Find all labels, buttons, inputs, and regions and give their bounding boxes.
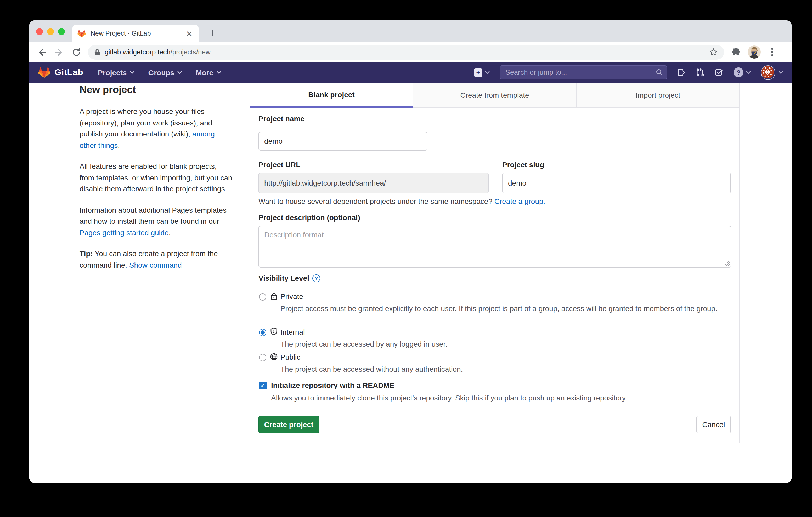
project-name-label: Project name: [258, 115, 304, 123]
user-dropdown[interactable]: [761, 65, 783, 80]
forward-icon[interactable]: [54, 47, 64, 57]
internal-option-desc: The project can be accessed by any logge…: [281, 339, 719, 350]
new-project-sidebar: New project A project is where you house…: [80, 83, 232, 281]
visibility-help-icon[interactable]: ?: [312, 274, 320, 282]
browser-tab[interactable]: New Project · GitLab ✕: [72, 25, 199, 42]
gitlab-wordmark: GitLab: [54, 67, 83, 78]
search-input[interactable]: [500, 65, 667, 80]
private-option-desc: Project access must be granted explicitl…: [281, 303, 719, 314]
lock-icon: [94, 48, 100, 56]
create-a-group-link[interactable]: Create a group.: [494, 197, 545, 206]
back-icon[interactable]: [37, 47, 47, 57]
chevron-down-icon: [216, 71, 221, 74]
navbar-menu: Projects Groups More: [98, 68, 221, 77]
radio-public[interactable]: [259, 354, 266, 361]
new-tab-button[interactable]: +: [205, 26, 220, 40]
project-description-label: Project description (optional): [258, 213, 360, 222]
menu-more[interactable]: More: [196, 68, 221, 77]
project-description-textarea[interactable]: [258, 226, 731, 268]
url-text: gitlab.widgetcorp.tech/projects/new: [105, 48, 709, 56]
new-dropdown[interactable]: +: [474, 68, 490, 77]
tab-create-from-template[interactable]: Create from template: [413, 83, 576, 108]
sidebar-paragraph: Information about additional Pages templ…: [80, 205, 232, 238]
chevron-down-icon: [746, 71, 751, 74]
page-bottom-divider: [29, 443, 791, 443]
browser-window: New Project · GitLab ✕ + gitlab.widgetco…: [29, 20, 791, 483]
global-search: [500, 65, 667, 80]
window-close-button[interactable]: [36, 28, 43, 35]
project-url-input[interactable]: [258, 173, 489, 193]
resize-grip-icon[interactable]: [725, 262, 730, 266]
tab-blank-project[interactable]: Blank project: [250, 83, 413, 108]
search-icon[interactable]: [656, 68, 663, 76]
tab-import-project[interactable]: Import project: [576, 83, 739, 108]
user-avatar: [761, 65, 775, 80]
tab-close-icon[interactable]: ✕: [185, 30, 194, 37]
plus-icon: +: [474, 68, 483, 77]
bookmark-star-icon[interactable]: [709, 48, 718, 57]
chevron-down-icon: [485, 71, 490, 74]
window-zoom-button[interactable]: [58, 28, 65, 35]
chevron-down-icon: [177, 71, 182, 74]
browser-toolbar: gitlab.widgetcorp.tech/projects/new: [29, 42, 791, 62]
project-name-input[interactable]: [258, 132, 428, 151]
page-content: New project A project is where you house…: [29, 83, 791, 483]
gitlab-tanuki-icon: [38, 66, 50, 79]
browser-menu-kebab-icon[interactable]: [768, 48, 776, 56]
navbar-right: + ?: [474, 62, 783, 83]
globe-icon: [270, 353, 278, 361]
project-url-label: Project URL: [258, 160, 300, 169]
gitlab-favicon-icon: [78, 29, 86, 38]
radio-internal[interactable]: [259, 329, 266, 336]
readme-desc: Allows you to immediately clone this pro…: [271, 393, 709, 403]
chevron-down-icon: [130, 71, 135, 74]
todo-icon[interactable]: [715, 68, 724, 77]
internal-option-label[interactable]: Internal: [281, 328, 305, 336]
show-command-link[interactable]: Show command: [129, 261, 182, 269]
browser-profile-avatar[interactable]: [748, 45, 761, 59]
sidebar-paragraph: A project is where you house your files …: [80, 106, 232, 151]
sidebar-paragraph: All features are enabled for blank proje…: [80, 161, 232, 195]
shield-icon: [270, 327, 278, 336]
radio-private[interactable]: [259, 293, 266, 301]
extensions-puzzle-icon[interactable]: [731, 48, 740, 57]
create-project-button[interactable]: Create project: [258, 416, 319, 433]
lock-icon: [270, 292, 278, 301]
chevron-down-icon: [779, 71, 783, 74]
readme-checkbox[interactable]: ✓: [259, 382, 267, 390]
reload-icon[interactable]: [72, 47, 81, 57]
new-project-panel: Blank project Create from template Impor…: [250, 83, 740, 443]
page-title: New project: [80, 84, 232, 96]
gitlab-navbar: GitLab Projects Groups More +: [29, 62, 791, 83]
gitlab-logo[interactable]: GitLab: [38, 66, 83, 79]
cancel-button[interactable]: Cancel: [696, 416, 731, 433]
tab-title: New Project · GitLab: [90, 30, 185, 37]
project-slug-label: Project slug: [502, 160, 544, 169]
merge-request-icon[interactable]: [696, 68, 705, 77]
browser-tab-strip: New Project · GitLab ✕ +: [29, 20, 791, 42]
visibility-level-label: Visibility Level ?: [258, 274, 320, 282]
window-minimize-button[interactable]: [47, 28, 54, 35]
namespace-hint: Want to house several dependent projects…: [258, 197, 545, 206]
sidebar-tip: Tip: You can also create a project from …: [80, 248, 232, 271]
issues-icon[interactable]: [677, 68, 686, 77]
pages-guide-link[interactable]: Pages getting started guide: [80, 228, 169, 237]
menu-projects[interactable]: Projects: [98, 68, 135, 77]
readme-label[interactable]: Initialize repository with a README: [271, 381, 394, 390]
public-option-label[interactable]: Public: [281, 353, 300, 361]
help-icon: ?: [733, 67, 744, 78]
screen: New Project · GitLab ✕ + gitlab.widgetco…: [0, 0, 812, 517]
project-slug-input[interactable]: [502, 173, 731, 193]
menu-groups[interactable]: Groups: [148, 68, 182, 77]
help-dropdown[interactable]: ?: [733, 67, 751, 78]
address-bar[interactable]: gitlab.widgetcorp.tech/projects/new: [88, 45, 724, 59]
private-option-label[interactable]: Private: [281, 292, 303, 301]
public-option-desc: The project can be accessed without any …: [281, 364, 719, 375]
project-type-tabs: Blank project Create from template Impor…: [250, 83, 739, 108]
toolbar-right: [731, 45, 776, 59]
